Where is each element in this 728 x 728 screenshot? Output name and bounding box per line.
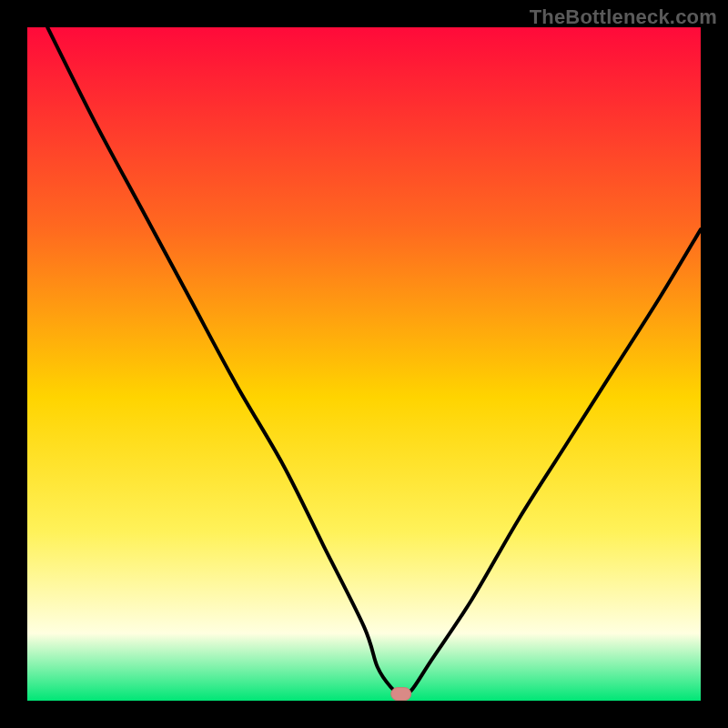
watermark: TheBottleneck.com [530,5,717,29]
plot-background [27,27,701,701]
optimum-marker [391,688,411,701]
chart-border-left [0,0,27,728]
chart-container: TheBottleneck.com [0,0,728,728]
chart-border-bottom [0,701,728,728]
chart-border-right [701,0,728,728]
chart-svg [0,0,728,728]
